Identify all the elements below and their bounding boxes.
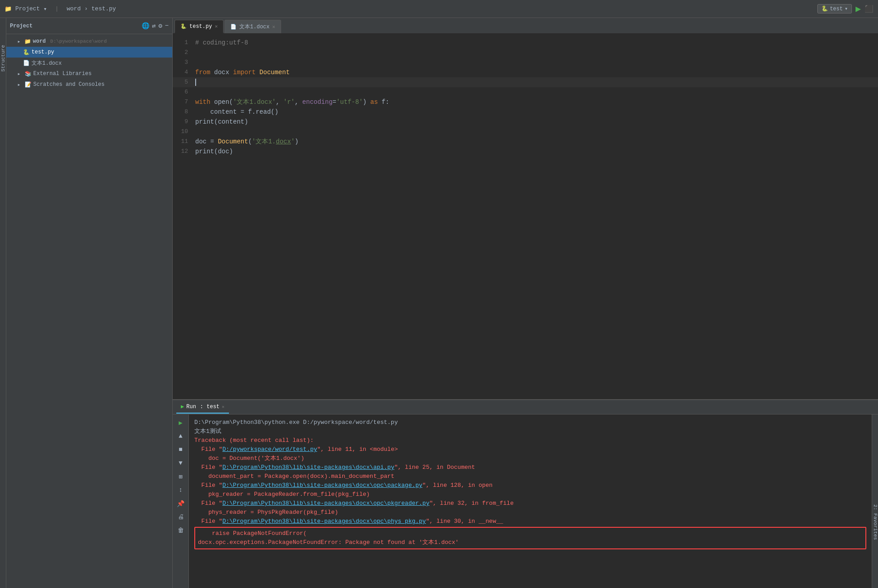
tree-item-word-root[interactable]: ▸ 📁 word D:\pyworkspace\word — [6, 36, 172, 47]
line-num-8: 8 — [173, 107, 195, 117]
run-scroll-btn[interactable]: ↕ — [175, 485, 186, 495]
favorites-label[interactable]: 2: Favorites — [873, 504, 878, 540]
folder-arrow-icon: ▸ — [15, 38, 22, 45]
run-tab[interactable]: ▶ Run : test ✕ — [176, 401, 229, 414]
line-num-10: 10 — [173, 127, 195, 137]
run-config-dropdown[interactable]: 🐍 test ▾ — [817, 4, 852, 13]
title-bar-right: 🐍 test ▾ ▶ ⬛ — [817, 3, 874, 14]
breadcrumb-file: test.py — [91, 5, 116, 12]
run-tab-icon: ▶ — [181, 403, 184, 410]
right-side-panel: 2: Favorites — [872, 414, 878, 588]
tab-doc[interactable]: 📄 文本1.docx ✕ — [224, 20, 281, 33]
scratch-icon: 📝 — [24, 81, 31, 88]
tab-test-py-close[interactable]: ✕ — [215, 23, 218, 29]
tree-item-scratches[interactable]: ▸ 📝 Scratches and Consoles — [6, 79, 172, 90]
ext-lib-icon: 📚 — [24, 71, 31, 77]
code-line-12: 12 print(doc) — [173, 147, 878, 156]
tab-test-py-label: test.py — [189, 23, 212, 30]
line-num-5: 5 — [173, 77, 195, 87]
project-panel: Project 🌐 ⇄ ⚙ − ▸ 📁 word D:\pyworkspace\… — [6, 18, 173, 588]
globe-icon[interactable]: 🌐 — [142, 22, 149, 30]
code-line-6: 6 — [173, 87, 878, 97]
test-py-label: test.py — [31, 49, 54, 55]
folder-path: D:\pyworkspace\word — [50, 39, 107, 44]
run-pin-btn[interactable]: 📌 — [175, 498, 186, 509]
project-label[interactable]: Project — [15, 5, 40, 12]
py-file-icon: 🐍 — [22, 49, 30, 56]
debug-button[interactable]: ⬛ — [865, 4, 874, 13]
trace-link-4[interactable]: D:\Program\Python38\lib\site-packages\do… — [222, 518, 426, 525]
output-trace-1: doc = Document('文本1.docx') — [194, 454, 866, 463]
run-up-btn[interactable]: ▲ — [175, 431, 186, 441]
run-tab-close[interactable]: ✕ — [222, 404, 224, 410]
line-num-3: 3 — [173, 58, 195, 67]
trace-link-0[interactable]: D:/pyworkspace/word/test.py — [222, 446, 317, 453]
settings-icon[interactable]: ⚙ — [158, 22, 162, 30]
run-sidebar: ▶ ▲ ■ ▼ ⊞ ↕ 📌 🖨 🗑 — [173, 414, 189, 588]
doc-label: 文本1.docx — [31, 59, 62, 67]
tab-test-py[interactable]: 🐍 test.py ✕ — [175, 20, 224, 33]
panel-header-icons: 🌐 ⇄ ⚙ − — [142, 22, 169, 30]
project-panel-header: Project 🌐 ⇄ ⚙ − — [6, 18, 172, 34]
line-content-4: from docx import Document — [195, 67, 878, 77]
line-content-5 — [195, 77, 878, 87]
line-num-7: 7 — [173, 97, 195, 107]
separator: | — [55, 5, 58, 12]
project-panel-title: Project — [10, 23, 32, 29]
tab-doc-label: 文本1.docx — [239, 23, 269, 31]
minimize-icon[interactable]: − — [165, 22, 169, 30]
code-line-2: 2 — [173, 48, 878, 58]
tree-item-test-py[interactable]: 🐍 test.py — [6, 47, 172, 58]
line-content-8: content = f.read() — [195, 107, 878, 117]
run-panel: ▶ ▲ ■ ▼ ⊞ ↕ 📌 🖨 🗑 D:\Program\Python38\py… — [173, 414, 878, 588]
sync-icon[interactable]: ⇄ — [152, 22, 156, 30]
project-dropdown-icon[interactable]: ▾ — [44, 5, 47, 13]
scratches-label: Scratches and Consoles — [33, 81, 104, 88]
scratch-arrow-icon: ▸ — [15, 81, 22, 88]
line-content-12: print(doc) — [195, 147, 878, 156]
run-print-btn[interactable]: 🖨 — [175, 512, 186, 522]
line-num-12: 12 — [173, 147, 195, 156]
run-config-dropdown-icon: ▾ — [845, 5, 848, 12]
run-output: D:\Program\Python38\python.exe D:/pywork… — [189, 414, 872, 588]
bottom-panel: ▶ Run : test ✕ ▶ ▲ ■ ▼ ⊞ ↕ 📌 🖨 🗑 — [173, 399, 878, 588]
line-num-1: 1 — [173, 38, 195, 48]
folder-label: word — [33, 38, 46, 45]
trace-link-2[interactable]: D:\Program\Python38\lib\site-packages\do… — [222, 482, 422, 489]
code-line-10: 10 — [173, 127, 878, 137]
tree-item-ext-libs[interactable]: ▸ 📚 External Libraries — [6, 68, 172, 79]
run-grid-btn[interactable]: ⊞ — [175, 471, 186, 482]
trace-link-1[interactable]: D:\Program\Python38\lib\site-packages\do… — [222, 464, 394, 471]
structure-label[interactable]: Structure — [0, 45, 6, 71]
output-trace-5: pkg_reader = PackageReader.from_file(pkg… — [194, 490, 866, 499]
run-config-label: test — [830, 6, 843, 12]
line-num-9: 9 — [173, 117, 195, 127]
bottom-tab-bar: ▶ Run : test ✕ — [173, 400, 878, 414]
line-num-4: 4 — [173, 67, 195, 77]
code-editor[interactable]: 1 # coding:utf-8 2 3 4 from docx import … — [173, 34, 878, 399]
run-play-btn[interactable]: ▶ — [175, 417, 186, 428]
line-num-6: 6 — [173, 87, 195, 97]
code-line-9: 9 print(content) — [173, 117, 878, 127]
output-trace-4: File "D:\Program\Python38\lib\site-packa… — [194, 481, 866, 490]
run-stop-btn[interactable]: ■ — [175, 444, 186, 455]
output-trace-8: File "D:\Program\Python38\lib\site-packa… — [194, 517, 866, 526]
code-line-1: 1 # coding:utf-8 — [173, 38, 878, 48]
run-trash-btn[interactable]: 🗑 — [175, 525, 186, 536]
project-tree: ▸ 📁 word D:\pyworkspace\word 🐍 test.py 📄… — [6, 34, 172, 588]
line-content-9: print(content) — [195, 117, 878, 127]
docx-file-icon: 📄 — [22, 60, 30, 67]
run-down-btn[interactable]: ▼ — [175, 458, 186, 468]
code-line-8: 8 content = f.read() — [173, 107, 878, 117]
breadcrumb-word: word — [67, 5, 81, 12]
trace-link-3[interactable]: D:\Program\Python38\lib\site-packages\do… — [222, 500, 429, 507]
tree-item-doc[interactable]: 📄 文本1.docx — [6, 58, 172, 68]
tab-py-icon: 🐍 — [180, 23, 187, 29]
tab-doc-close[interactable]: ✕ — [272, 24, 275, 30]
title-bar: 📁 Project ▾ | word › test.py 🐍 test ▾ ▶ … — [0, 0, 878, 18]
editor-container: 🐍 test.py ✕ 📄 文本1.docx ✕ 1 # coding:utf-… — [173, 18, 878, 588]
output-trace-7: phys_reader = PhysPkgReader(pkg_file) — [194, 508, 866, 517]
ext-libs-label: External Libraries — [33, 71, 92, 77]
run-button[interactable]: ▶ — [856, 3, 861, 14]
error-box: raise PackageNotFoundError( docx.opc.exc… — [194, 527, 866, 549]
